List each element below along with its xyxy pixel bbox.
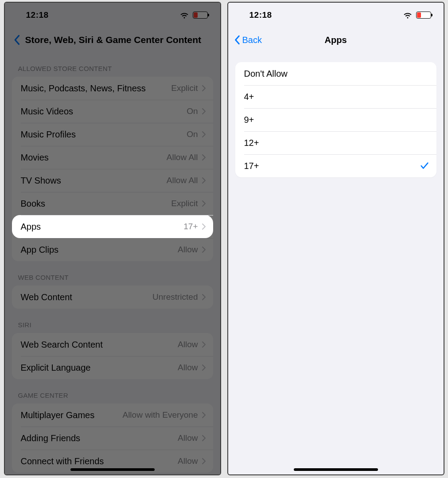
row-multiplayer-games[interactable]: Multiplayer Games Allow with Everyone xyxy=(12,404,213,427)
status-bar: 12:18 19 xyxy=(5,3,220,27)
row-value: Allow All xyxy=(167,153,198,162)
page-title: Store, Web, Siri & Game Center Content xyxy=(25,35,202,45)
section-header-web-content: WEB CONTENT xyxy=(12,261,213,286)
option-label: 12+ xyxy=(244,138,429,148)
chevron-right-icon xyxy=(202,341,206,348)
list-allowed-store: Music, Podcasts, News, Fitness Explicit … xyxy=(12,77,213,261)
nav-bar: Back Apps xyxy=(228,27,444,52)
wifi-icon xyxy=(179,12,189,19)
row-label: Connect with Friends xyxy=(21,456,178,466)
row-value: 17+ xyxy=(183,222,198,231)
row-label: TV Shows xyxy=(21,176,167,186)
row-books[interactable]: Books Explicit xyxy=(12,192,213,215)
status-time: 12:18 xyxy=(249,10,272,20)
chevron-right-icon xyxy=(202,435,206,442)
nav-bar: Store, Web, Siri & Game Center Content xyxy=(5,27,220,52)
chevron-right-icon xyxy=(202,200,206,207)
row-music-profiles[interactable]: Music Profiles On xyxy=(12,123,213,146)
list-game-center: Multiplayer Games Allow with Everyone Ad… xyxy=(12,404,213,473)
home-indicator[interactable] xyxy=(70,468,155,471)
row-value: Allow xyxy=(178,245,198,255)
row-value: Allow xyxy=(178,433,198,443)
phone-left: 12:18 19 Store, Web, Siri & Game Center … xyxy=(4,2,221,475)
row-tv-shows[interactable]: TV Shows Allow All xyxy=(12,169,213,192)
chevron-right-icon xyxy=(202,154,206,161)
wifi-icon xyxy=(403,12,413,19)
chevron-left-icon xyxy=(14,35,21,45)
row-value: Explicit xyxy=(171,83,198,93)
row-label: Multiplayer Games xyxy=(21,410,123,420)
list-apps-options: Don't Allow 4+ 9+ 12+ 17+ xyxy=(235,62,436,177)
back-button[interactable] xyxy=(11,35,21,45)
chevron-left-icon xyxy=(234,35,241,45)
row-value: On xyxy=(187,106,198,116)
chevron-right-icon xyxy=(202,458,206,465)
option-9plus[interactable]: 9+ xyxy=(235,108,436,131)
list-web-content: Web Content Unrestricted xyxy=(12,286,213,309)
option-12plus[interactable]: 12+ xyxy=(235,131,436,154)
row-label: Music Profiles xyxy=(21,129,187,140)
row-value: Allow xyxy=(178,456,198,466)
row-value: Allow with Everyone xyxy=(122,410,198,420)
row-value: Allow xyxy=(178,340,198,349)
back-label: Back xyxy=(242,35,262,45)
option-4plus[interactable]: 4+ xyxy=(235,85,436,108)
chevron-right-icon xyxy=(202,85,206,92)
chevron-right-icon xyxy=(202,223,206,230)
row-movies[interactable]: Movies Allow All xyxy=(12,146,213,169)
chevron-right-icon xyxy=(202,364,206,371)
row-label: Music, Podcasts, News, Fitness xyxy=(21,83,171,94)
list-siri: Web Search Content Allow Explicit Langua… xyxy=(12,333,213,379)
option-label: 17+ xyxy=(244,161,420,171)
row-label: Adding Friends xyxy=(21,433,178,443)
row-app-clips[interactable]: App Clips Allow xyxy=(12,238,213,261)
section-header-siri: SIRI xyxy=(12,309,213,333)
status-icons: 19 xyxy=(179,12,208,19)
option-17plus[interactable]: 17+ xyxy=(235,154,436,177)
row-music-videos[interactable]: Music Videos On xyxy=(12,100,213,123)
row-label: Movies xyxy=(21,153,167,163)
chevron-right-icon xyxy=(202,246,206,253)
row-value: Allow All xyxy=(167,176,198,185)
status-icons: 19 xyxy=(403,12,431,19)
home-indicator[interactable] xyxy=(294,468,378,471)
status-time: 12:18 xyxy=(26,10,49,20)
back-button[interactable]: Back xyxy=(234,35,262,45)
section-header-game-center: GAME CENTER xyxy=(12,379,213,404)
row-label: Books xyxy=(21,199,171,209)
chevron-right-icon xyxy=(202,411,206,419)
section-header-allowed-store: ALLOWED STORE CONTENT xyxy=(12,52,213,77)
option-label: 4+ xyxy=(244,92,429,102)
row-label: Explicit Language xyxy=(21,363,178,373)
row-label: Music Videos xyxy=(21,106,187,117)
battery-pct: 19 xyxy=(193,12,207,18)
row-label: Apps xyxy=(21,222,184,232)
row-label: Web Content xyxy=(21,292,153,302)
chevron-right-icon xyxy=(202,177,206,184)
row-label: App Clips xyxy=(21,245,178,255)
row-value: Allow xyxy=(178,363,198,372)
battery-icon: 19 xyxy=(416,12,431,19)
option-dont-allow[interactable]: Don't Allow xyxy=(235,62,436,85)
row-explicit-language[interactable]: Explicit Language Allow xyxy=(12,356,213,379)
option-label: 9+ xyxy=(244,115,429,125)
row-music-podcasts[interactable]: Music, Podcasts, News, Fitness Explicit xyxy=(12,77,213,100)
row-web-search-content[interactable]: Web Search Content Allow xyxy=(12,333,213,356)
status-bar: 12:18 19 xyxy=(228,3,444,27)
option-label: Don't Allow xyxy=(244,69,429,79)
chevron-right-icon xyxy=(202,294,206,301)
row-value: Unrestricted xyxy=(152,292,198,302)
battery-pct: 19 xyxy=(417,12,431,18)
phone-right: 12:18 19 Back Apps Don't Allow xyxy=(227,2,444,475)
chevron-right-icon xyxy=(202,108,206,115)
row-value: On xyxy=(187,129,198,139)
row-apps[interactable]: Apps 17+ xyxy=(12,215,213,238)
row-value: Explicit xyxy=(171,199,198,208)
row-web-content[interactable]: Web Content Unrestricted xyxy=(12,286,213,309)
checkmark-icon xyxy=(420,161,429,171)
battery-icon: 19 xyxy=(193,12,208,19)
chevron-right-icon xyxy=(202,131,206,138)
row-label: Web Search Content xyxy=(21,340,178,350)
row-adding-friends[interactable]: Adding Friends Allow xyxy=(12,427,213,450)
